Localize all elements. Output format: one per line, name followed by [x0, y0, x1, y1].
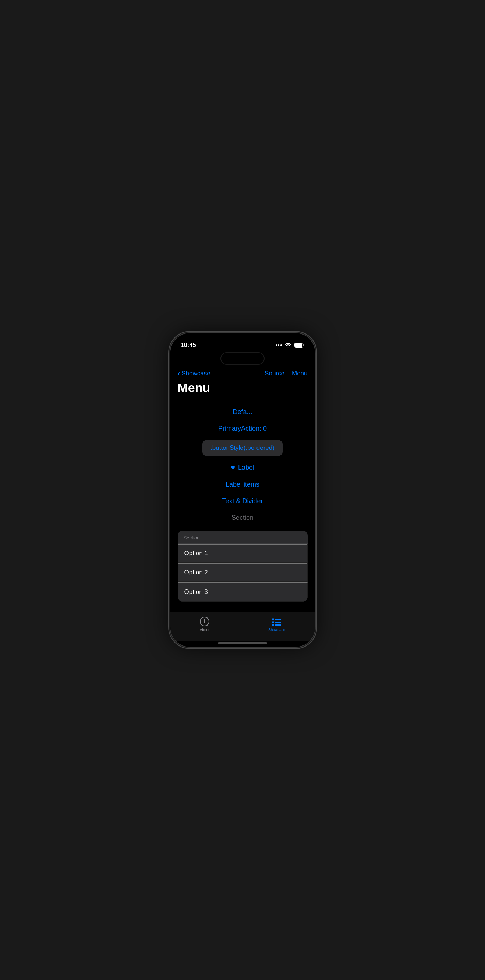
text-divider[interactable]: Text & Divider: [170, 493, 315, 509]
nav-actions: Source Menu: [265, 370, 307, 377]
option1-button[interactable]: Option 1: [178, 544, 307, 563]
label-text: Label: [238, 464, 254, 472]
tab-bar: i About Showcase: [170, 612, 315, 641]
button-style-bordered[interactable]: .buttonStyle(.bordered): [202, 440, 283, 456]
svg-point-4: [272, 618, 274, 620]
tab-showcase-label: Showcase: [268, 628, 285, 632]
back-button[interactable]: ‹ Showcase: [178, 369, 211, 378]
phone-frame: 10:45 ‹ S: [170, 333, 315, 647]
status-bar: 10:45: [170, 333, 315, 352]
section-faded[interactable]: Section: [170, 509, 315, 526]
wifi-icon: [285, 343, 292, 348]
chevron-left-icon: ‹: [178, 369, 180, 378]
svg-rect-2: [303, 344, 304, 346]
page-title: Menu: [170, 379, 315, 401]
svg-rect-1: [295, 344, 302, 347]
status-icons: [276, 343, 305, 348]
defa-item[interactable]: Defa...: [170, 404, 315, 420]
dynamic-island: [220, 352, 265, 365]
info-icon: i: [200, 617, 209, 626]
option3-button[interactable]: Option 3: [178, 582, 307, 601]
back-label: Showcase: [181, 370, 210, 377]
screen: 10:45 ‹ S: [170, 333, 315, 647]
context-menu: Section Option 1 Option 2 Option 3: [178, 531, 307, 601]
navigation-bar: ‹ Showcase Source Menu: [170, 366, 315, 379]
label-items[interactable]: Label items: [170, 476, 315, 493]
list-icon: [272, 618, 282, 626]
svg-rect-5: [275, 622, 281, 623]
source-button[interactable]: Source: [265, 370, 284, 377]
tab-about-label: About: [200, 628, 209, 632]
signal-icon: [276, 344, 282, 346]
battery-icon: [295, 343, 305, 348]
svg-point-6: [272, 621, 274, 623]
tab-about[interactable]: i About: [191, 615, 218, 633]
option2-button[interactable]: Option 2: [178, 563, 307, 582]
content-area: Defa... PrimaryAction: 0 .buttonStyle(.b…: [170, 401, 315, 612]
label-with-heart[interactable]: ♥ Label: [223, 459, 262, 476]
primary-action-item[interactable]: PrimaryAction: 0: [170, 420, 315, 437]
tab-showcase[interactable]: Showcase: [260, 617, 294, 633]
svg-point-8: [272, 624, 274, 626]
context-menu-header: Section: [178, 531, 307, 543]
status-time: 10:45: [181, 342, 196, 348]
menu-button[interactable]: Menu: [292, 370, 307, 377]
heart-icon: ♥: [231, 463, 235, 472]
home-indicator: [218, 642, 267, 644]
svg-rect-7: [275, 624, 281, 625]
svg-rect-3: [275, 619, 281, 620]
